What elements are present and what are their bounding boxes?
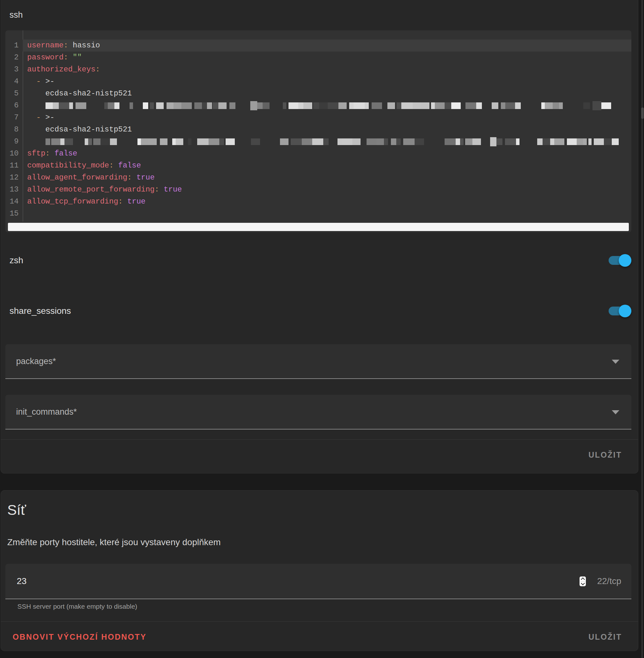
line-number: 8 bbox=[5, 123, 23, 136]
zsh-toggle[interactable] bbox=[608, 254, 631, 267]
ssh-port-helper-text: SSH server port (make empty to disable) bbox=[17, 603, 137, 610]
card-actions-divider bbox=[1, 621, 638, 622]
zsh-option-label: zsh bbox=[9, 255, 23, 266]
line-number: 5 bbox=[5, 88, 23, 99]
code-line-content: compatibility_mode: false bbox=[23, 160, 631, 172]
line-number: 1 bbox=[5, 40, 23, 51]
code-line: 12allow_agent_forwarding: true bbox=[5, 172, 631, 184]
code-line-content: authorized_keys: bbox=[23, 64, 631, 75]
code-line-content: password: "" bbox=[23, 51, 631, 64]
stepper-up-icon[interactable] bbox=[579, 576, 586, 581]
ssh-option-label: ssh bbox=[9, 10, 23, 20]
number-stepper[interactable] bbox=[579, 576, 586, 586]
code-line: 8 ecdsa-sha2-nistp521 bbox=[5, 123, 631, 136]
line-number: 15 bbox=[5, 208, 23, 220]
chevron-down-icon bbox=[612, 360, 619, 364]
line-number: 12 bbox=[5, 172, 23, 184]
code-line: 6 bbox=[5, 99, 631, 112]
line-number: 11 bbox=[5, 160, 23, 172]
code-line: 10sftp: false bbox=[5, 148, 631, 160]
code-line-content: ecdsa-sha2-nistp521 bbox=[23, 123, 631, 136]
line-number: 6 bbox=[5, 99, 23, 112]
code-line-content bbox=[23, 208, 631, 220]
page-scrollbar[interactable] bbox=[642, 0, 643, 658]
share-sessions-option-label: share_sessions bbox=[9, 306, 71, 316]
code-line: 15 bbox=[5, 208, 631, 220]
save-button[interactable]: ULOŽIT bbox=[586, 632, 624, 642]
redacted-key-pixelation bbox=[46, 99, 631, 112]
line-number: 13 bbox=[5, 184, 23, 196]
save-button[interactable]: ULOŽIT bbox=[586, 450, 624, 460]
code-line: 9 bbox=[5, 136, 631, 148]
ssh-port-field: 22/tcp bbox=[5, 564, 631, 599]
reset-defaults-button[interactable]: OBNOVIT VÝCHOZÍ HODNOTY bbox=[11, 632, 148, 642]
line-number: 9 bbox=[5, 136, 23, 148]
line-number: 2 bbox=[5, 51, 23, 64]
page-scrollbar-thumb[interactable] bbox=[641, 108, 644, 119]
yaml-code-editor[interactable]: 1username: hassio2password: ""3authorize… bbox=[5, 30, 631, 232]
code-line-content: - >- bbox=[23, 75, 631, 88]
code-line: 11compatibility_mode: false bbox=[5, 160, 631, 172]
chevron-down-icon bbox=[612, 410, 619, 414]
packages-select[interactable]: packages* bbox=[5, 344, 631, 379]
network-section-title: Síť bbox=[7, 502, 26, 518]
network-card: Síť Změňte porty hostitele, které jsou v… bbox=[1, 490, 638, 651]
code-line: 13allow_remote_port_forwarding: true bbox=[5, 184, 631, 196]
line-number: 7 bbox=[5, 112, 23, 123]
line-number: 10 bbox=[5, 148, 23, 160]
code-line-content: - >- bbox=[23, 112, 631, 123]
code-line-content bbox=[23, 136, 631, 148]
code-line-content: allow_remote_port_forwarding: true bbox=[23, 184, 631, 196]
line-number: 4 bbox=[5, 75, 23, 88]
configuration-card: ssh 1username: hassio2password: ""3autho… bbox=[1, 0, 638, 473]
editor-horizontal-scrollbar[interactable] bbox=[8, 223, 629, 231]
redacted-key-pixelation bbox=[46, 136, 631, 148]
code-line: 4 - >- bbox=[5, 75, 631, 88]
code-line-content: sftp: false bbox=[23, 148, 631, 160]
editor-lines: 1username: hassio2password: ""3authorize… bbox=[5, 40, 631, 220]
code-line-content: allow_agent_forwarding: true bbox=[23, 172, 631, 184]
code-line-content: ecdsa-sha2-nistp521 bbox=[23, 88, 631, 99]
stepper-down-icon[interactable] bbox=[579, 582, 586, 586]
code-line-content: username: hassio bbox=[23, 40, 631, 51]
line-number: 3 bbox=[5, 64, 23, 75]
share-sessions-toggle[interactable] bbox=[608, 305, 631, 317]
code-line: 1username: hassio bbox=[5, 40, 631, 51]
init-commands-select-label: init_commands* bbox=[16, 395, 77, 429]
network-section-description: Změňte porty hostitele, které jsou vysta… bbox=[7, 537, 221, 547]
code-line: 3authorized_keys: bbox=[5, 64, 631, 75]
code-line: 2password: "" bbox=[5, 51, 631, 64]
toggle-thumb bbox=[619, 305, 631, 317]
code-line-content bbox=[23, 99, 631, 112]
code-line: 14allow_tcp_forwarding: true bbox=[5, 196, 631, 208]
line-number: 14 bbox=[5, 196, 23, 208]
packages-select-label: packages* bbox=[16, 344, 56, 378]
container-port-label: 22/tcp bbox=[597, 564, 621, 598]
code-line: 5 ecdsa-sha2-nistp521 bbox=[5, 88, 631, 99]
toggle-thumb bbox=[619, 254, 631, 267]
ssh-port-input[interactable] bbox=[17, 564, 522, 598]
init-commands-select[interactable]: init_commands* bbox=[5, 395, 631, 430]
code-line: 7 - >- bbox=[5, 112, 631, 123]
code-line-content: allow_tcp_forwarding: true bbox=[23, 196, 631, 208]
addon-configuration-page: ssh 1username: hassio2password: ""3autho… bbox=[0, 0, 644, 658]
